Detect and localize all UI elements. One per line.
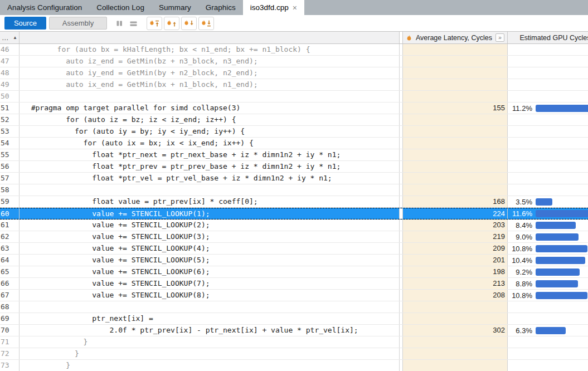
- source-row[interactable]: 69 ptr_next[ix] =: [0, 313, 588, 325]
- line-number: 55: [0, 149, 20, 160]
- latency-column-header[interactable]: Average Latency, Cycles »: [403, 32, 508, 43]
- close-icon[interactable]: ×: [293, 4, 297, 12]
- latency-cell: 201: [403, 255, 508, 266]
- code-line[interactable]: #pragma omp target parallel for simd col…: [20, 102, 400, 114]
- line-number: 65: [0, 266, 20, 277]
- source-row[interactable]: 54 for (auto ix = bx; ix < ix_end; ix++)…: [0, 138, 588, 149]
- line-number: 62: [0, 231, 20, 242]
- tab-graphics[interactable]: Graphics: [198, 0, 243, 15]
- source-row[interactable]: 47 auto iz_end = GetMin(bz + n3_block, n…: [0, 56, 588, 67]
- code-line[interactable]: [20, 91, 400, 102]
- gpu-bar-track: [536, 362, 588, 369]
- prev-hotspot-button[interactable]: [164, 17, 179, 30]
- code-line[interactable]: }: [20, 348, 400, 359]
- first-hotspot-button[interactable]: [147, 17, 162, 30]
- source-row[interactable]: 57 float *ptr_vel = ptr_vel_base + iz * …: [0, 173, 588, 184]
- gpu-cell: 9.2%: [508, 266, 588, 277]
- source-row[interactable]: 73 }: [0, 360, 588, 371]
- source-row[interactable]: 52 for (auto iz = bz; iz < iz_end; iz++)…: [0, 114, 588, 126]
- source-rows: 46 for (auto bx = kHalfLength; bx < n1_e…: [0, 44, 588, 371]
- source-row[interactable]: 55 float *ptr_next = ptr_next_base + iz …: [0, 149, 588, 161]
- code-line[interactable]: for (auto bx = kHalfLength; bx < n1_end;…: [20, 44, 400, 55]
- code-line[interactable]: value += STENCIL_LOOKUP(8);: [20, 290, 400, 301]
- assembly-button[interactable]: Assembly: [49, 17, 107, 30]
- latency-cell: [403, 79, 508, 90]
- next-hotspot-button[interactable]: [181, 17, 197, 30]
- line-column-header[interactable]: … ▲: [0, 32, 20, 43]
- source-row[interactable]: 53 for (auto iy = by; iy < iy_end; iy++)…: [0, 126, 588, 138]
- pane-layout-horizontal-icon[interactable]: [129, 19, 138, 27]
- source-row[interactable]: 61 value += STENCIL_LOOKUP(2);2038.4%: [0, 219, 588, 231]
- latency-cell: 209: [403, 243, 508, 254]
- source-row[interactable]: 48 auto iy_end = GetMin(by + n2_block, n…: [0, 67, 588, 79]
- source-row[interactable]: 63 value += STENCIL_LOOKUP(4);20910.8%: [0, 243, 588, 255]
- source-row[interactable]: 56 float *ptr_prev = ptr_prev_base + iz …: [0, 161, 588, 173]
- code-line[interactable]: float *ptr_prev = ptr_prev_base + iz * d…: [20, 161, 400, 172]
- gpu-column-header[interactable]: Estimated GPU Cycles: [508, 32, 588, 43]
- code-line[interactable]: float value = ptr_prev[ix] * coeff[0];: [20, 196, 400, 207]
- source-row[interactable]: 65 value += STENCIL_LOOKUP(6);1989.2%: [0, 266, 588, 278]
- code-line[interactable]: value += STENCIL_LOOKUP(3);: [20, 231, 400, 242]
- source-button[interactable]: Source: [4, 17, 46, 30]
- source-row[interactable]: 64 value += STENCIL_LOOKUP(5);20110.4%: [0, 255, 588, 266]
- last-hotspot-button[interactable]: [198, 17, 214, 30]
- source-row[interactable]: 60 value += STENCIL_LOOKUP(1);22411.6%: [0, 208, 588, 219]
- source-row[interactable]: 58: [0, 184, 588, 196]
- source-column-header[interactable]: [20, 32, 400, 43]
- code-line[interactable]: auto iz_end = GetMin(bz + n3_block, n3_e…: [20, 56, 400, 67]
- code-line[interactable]: }: [20, 360, 400, 371]
- code-line[interactable]: ptr_next[ix] =: [20, 313, 400, 324]
- gpu-percent-label: 8.4%: [508, 221, 532, 230]
- code-line[interactable]: auto ix_end = GetMin(bx + n1_block, n1_e…: [20, 79, 400, 90]
- tab-label: Collection Log: [96, 3, 144, 12]
- code-line[interactable]: [20, 184, 400, 196]
- code-line[interactable]: auto iy_end = GetMin(by + n2_block, n2_e…: [20, 67, 400, 79]
- source-row[interactable]: 72 }: [0, 348, 588, 360]
- code-line[interactable]: 2.0f * ptr_prev[ix] - ptr_next[ix] + val…: [20, 325, 400, 336]
- source-row[interactable]: 46 for (auto bx = kHalfLength; bx < n1_e…: [0, 44, 588, 56]
- source-row[interactable]: 71 }: [0, 336, 588, 348]
- code-line[interactable]: float *ptr_next = ptr_next_base + iz * d…: [20, 149, 400, 160]
- source-row[interactable]: 68: [0, 301, 588, 313]
- source-row[interactable]: 49 auto ix_end = GetMin(bx + n1_block, n…: [0, 79, 588, 91]
- expand-column-icon[interactable]: »: [495, 33, 504, 42]
- source-row[interactable]: 67 value += STENCIL_LOOKUP(8);20810.8%: [0, 290, 588, 301]
- gpu-bar: [536, 327, 566, 334]
- code-line[interactable]: }: [20, 336, 400, 348]
- gpu-cell: 8.8%: [508, 278, 588, 289]
- source-row[interactable]: 66 value += STENCIL_LOOKUP(7);2138.8%: [0, 278, 588, 290]
- code-line[interactable]: value += STENCIL_LOOKUP(2);: [20, 219, 400, 231]
- tab-summary[interactable]: Summary: [152, 0, 198, 15]
- gpu-cell: 11.2%: [508, 102, 588, 114]
- code-line[interactable]: value += STENCIL_LOOKUP(1);: [20, 208, 400, 219]
- source-row[interactable]: 50: [0, 91, 588, 102]
- source-row[interactable]: 70 2.0f * ptr_prev[ix] - ptr_next[ix] + …: [0, 325, 588, 336]
- gpu-bar-track: [536, 116, 588, 124]
- line-number: 49: [0, 79, 20, 90]
- tab-collection-log[interactable]: Collection Log: [89, 0, 152, 15]
- code-line[interactable]: value += STENCIL_LOOKUP(4);: [20, 243, 400, 254]
- gpu-cell: [508, 67, 588, 79]
- tab-analysis-configuration[interactable]: Analysis Configuration: [0, 0, 89, 15]
- code-line[interactable]: for (auto iz = bz; iz < iz_end; iz++) {: [20, 114, 400, 125]
- latency-cell: 203: [403, 219, 508, 231]
- code-line[interactable]: for (auto iy = by; iy < iy_end; iy++) {: [20, 126, 400, 137]
- line-number: 73: [0, 360, 20, 371]
- code-line[interactable]: float *ptr_vel = ptr_vel_base + iz * dim…: [20, 173, 400, 184]
- gpu-bar-track: [536, 128, 588, 135]
- source-row[interactable]: 51 #pragma omp target parallel for simd …: [0, 102, 588, 114]
- pane-layout-vertical-icon[interactable]: [115, 19, 124, 27]
- code-line[interactable]: value += STENCIL_LOOKUP(7);: [20, 278, 400, 289]
- source-row[interactable]: 62 value += STENCIL_LOOKUP(3);2199.0%: [0, 231, 588, 243]
- gpu-percent-label: 10.8%: [508, 245, 532, 253]
- tab-iso3dfd-cpp[interactable]: iso3dfd.cpp×: [243, 0, 304, 15]
- gpu-cell: [508, 348, 588, 359]
- latency-cell: [403, 67, 508, 79]
- gpu-cell: [508, 336, 588, 348]
- code-line[interactable]: value += STENCIL_LOOKUP(6);: [20, 266, 400, 277]
- code-line[interactable]: for (auto ix = bx; ix < ix_end; ix++) {: [20, 138, 400, 149]
- code-line[interactable]: value += STENCIL_LOOKUP(5);: [20, 255, 400, 266]
- gpu-percent-label: 9.0%: [508, 233, 532, 241]
- code-line[interactable]: [20, 301, 400, 313]
- source-row[interactable]: 59 float value = ptr_prev[ix] * coeff[0]…: [0, 196, 588, 208]
